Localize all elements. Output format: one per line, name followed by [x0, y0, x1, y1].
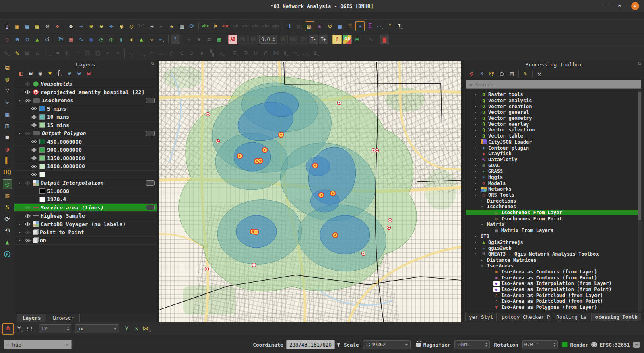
expand-arrow-icon[interactable]: ▾ — [475, 252, 479, 256]
alg-isoarea-contours-point[interactable]: Iso-Area as Contours (from Point) — [466, 275, 642, 281]
scale-combo[interactable]: 1:49362 — [363, 340, 411, 349]
tab-layers[interactable]: Layers — [17, 314, 46, 322]
reshape-features[interactable]: ⊆ — [231, 49, 240, 58]
split-parts[interactable]: ∩ — [261, 49, 270, 58]
move-feature[interactable]: ➝ — [73, 49, 82, 58]
zoom-to-selection[interactable]: ◉ — [117, 21, 126, 31]
db-manager[interactable]: ≡ — [3, 133, 12, 142]
expand-arrow-icon[interactable]: ▸ — [475, 170, 479, 173]
cursor-position-icon[interactable] — [337, 342, 341, 347]
expand-arrow-icon[interactable]: ▸ — [475, 105, 479, 108]
cat-gdal[interactable]: ▸ GDAL — [466, 162, 642, 168]
cat-vector-general[interactable]: ▸ Vector general — [466, 109, 642, 115]
cat-qgis2threejs[interactable]: ▸ Qgis2threejs — [466, 239, 642, 245]
dataplotly-panel[interactable]: ▌ — [3, 156, 12, 166]
construction-T-plus[interactable]: T+ — [319, 35, 328, 44]
copy-features[interactable]: ⎘ — [83, 49, 92, 58]
expand-arrow-icon[interactable]: ▸ — [475, 175, 479, 179]
cat-crayfish[interactable]: ▸ Crayfish — [466, 151, 642, 157]
tab-layer-styling[interactable]: yer Styl — [465, 313, 497, 321]
cat-vector-table[interactable]: ▸ Vector table — [466, 133, 642, 139]
visibility-eye-icon[interactable] — [24, 181, 31, 185]
zoom-full-extent[interactable]: ✥ — [107, 21, 116, 31]
visibility-eye-icon[interactable] — [24, 131, 31, 135]
python-console[interactable]: Py — [56, 35, 66, 44]
cad-distance-spinbox[interactable]: 0.0 — [259, 35, 277, 44]
clear-icon[interactable]: ✕ — [66, 342, 69, 347]
zoom-out[interactable]: ⊖ — [97, 21, 106, 31]
construction-SC[interactable]: SC — [279, 35, 288, 44]
toolbox-options[interactable]: ⚒ — [535, 69, 544, 78]
show-statistics[interactable]: Σ — [365, 21, 375, 31]
advanced-digitizing-AD[interactable]: AD — [228, 35, 237, 44]
spin-arrows-icon[interactable] — [553, 343, 556, 347]
layer-reprojected-amenity-hospital[interactable]: reprojected_amenity_hospital [22] — [14, 88, 157, 97]
slyr-tools[interactable]: S — [3, 203, 12, 212]
data-source-manager[interactable]: ⧉ — [3, 63, 12, 72]
bnhr-plugin[interactable]: ◑ — [3, 144, 12, 154]
rotate-point-symbols[interactable]: ◠ — [291, 49, 301, 58]
tab-processing-toolbox[interactable]: ocessing Toolb — [591, 313, 641, 321]
grp-directions[interactable]: ▸ Directions — [466, 198, 642, 204]
group-point-to-point[interactable]: ▸ Point to Point — [14, 228, 157, 237]
expand-arrow-icon[interactable]: ▸ — [475, 134, 479, 138]
map-canvas[interactable] — [159, 61, 461, 322]
class-1800[interactable]: 1800.0000000 — [14, 162, 157, 171]
cat-vector-analysis[interactable]: ▸ Vector analysis — [466, 98, 642, 104]
expand-arrow-icon[interactable]: ▾ — [481, 223, 485, 226]
expand-arrow-icon[interactable]: ▸ — [475, 146, 479, 150]
visibility-eye-icon[interactable] — [24, 238, 31, 242]
label-rotate[interactable]: abc — [261, 21, 270, 31]
cad-construction[interactable]: ⋱ — [137, 49, 146, 58]
construction-RO[interactable]: RO — [248, 35, 258, 44]
expand-arrow-icon[interactable]: ▾ — [17, 181, 22, 185]
toolbox-scrollbar[interactable] — [638, 90, 642, 312]
open-layer-styling-panel[interactable]: ◧ — [17, 69, 25, 78]
cat-qneat3[interactable]: ▾ QNEAT3 - Qgis Network Analysis Toolbox — [466, 251, 642, 257]
new-spatial-bookmark[interactable]: ★ — [167, 21, 176, 31]
visibility-eye-icon[interactable] — [24, 82, 31, 86]
layer-service-area-lines[interactable]: Service area (lines) — [14, 204, 157, 212]
snapping-intersection[interactable]: ✕ — [132, 324, 141, 334]
expand-arrow-icon[interactable]: ▸ — [475, 187, 479, 191]
terrain-shading[interactable]: ▲ — [137, 35, 146, 44]
add-virtual-layer[interactable]: ◫ — [3, 121, 12, 131]
alg-isoarea-pointcloud-point[interactable]: Iso-Area as Pointcloud (from Point) — [466, 298, 642, 304]
osm-download[interactable]: ◍ — [87, 35, 96, 44]
build-tools[interactable]: ⚒ — [147, 35, 156, 44]
expand-arrow-icon[interactable]: ▾ — [17, 131, 22, 135]
class-900[interactable]: 900.0000000 — [14, 146, 157, 154]
osm-edit[interactable]: ▨ — [3, 191, 12, 201]
add-spatialite-layer[interactable]: ✑ — [3, 98, 12, 107]
add-raster-layer[interactable]: ◍ — [3, 74, 12, 84]
hqgis-panel[interactable]: HQ — [3, 168, 12, 177]
group-output-polygon[interactable]: ▾ Output Polygon — [14, 129, 157, 138]
group-od[interactable]: ▸ OD — [14, 237, 157, 245]
expand-arrow-icon[interactable]: ▸ — [475, 246, 479, 250]
layer-5-mins[interactable]: 5 mins — [14, 105, 157, 113]
toolbox-r-scripts[interactable]: R — [477, 69, 486, 78]
split-features[interactable]: ∪ — [251, 49, 260, 58]
trim-extend[interactable]: ⊄ — [312, 49, 321, 58]
add-ring[interactable]: ⊂ — [177, 49, 186, 58]
visibility-eye-icon[interactable] — [31, 107, 37, 111]
add-delimited-text-layer[interactable]: ∵ — [3, 86, 12, 96]
toolbox-models[interactable]: ⚙ — [467, 69, 476, 78]
zoom-native[interactable]: 1:1 — [137, 21, 146, 31]
manage-map-themes[interactable]: ◉ — [36, 69, 45, 78]
scrollbar-thumb[interactable] — [638, 92, 641, 220]
statistical-summary[interactable]: ≣ — [345, 21, 355, 31]
expand-arrow-icon[interactable]: ▸ — [475, 99, 479, 103]
alg-isoarea-polygons-layer[interactable]: Iso-Area as Polygons (from Layer) — [466, 304, 642, 310]
map-tips[interactable]: ❝ — [386, 21, 395, 31]
merge-attributes[interactable]: ≬ — [281, 49, 291, 58]
offset-curve[interactable]: ⊇ — [241, 49, 250, 58]
crs-value[interactable]: EPSG:32651 — [600, 342, 630, 348]
run-feature-action[interactable]: ⚙ — [295, 21, 304, 31]
alg-isoarea-interpolation-point[interactable]: Iso-Area as Interpolation (from Point) — [466, 287, 642, 293]
cat-hqgis[interactable]: ▸ Hqgis — [466, 174, 642, 181]
visibility-eye-icon[interactable] — [31, 123, 37, 127]
identify-features[interactable]: ℹ — [285, 21, 294, 31]
undock-icon[interactable]: ⧉ — [151, 61, 154, 66]
sld4raster[interactable]: SLD — [343, 35, 352, 44]
